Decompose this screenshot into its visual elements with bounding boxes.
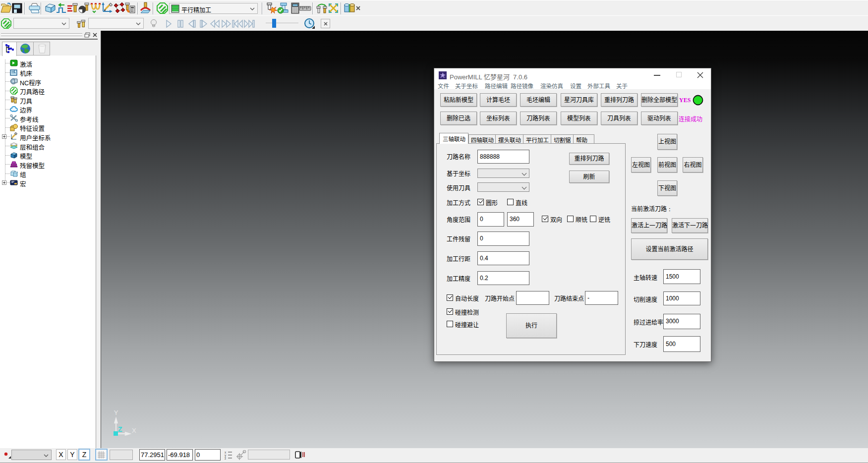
svg-text:X: X [132, 427, 136, 434]
svg-text:z: z [225, 457, 226, 460]
svg-text:Y: Y [114, 409, 118, 416]
svg-text:Z: Z [118, 425, 122, 433]
